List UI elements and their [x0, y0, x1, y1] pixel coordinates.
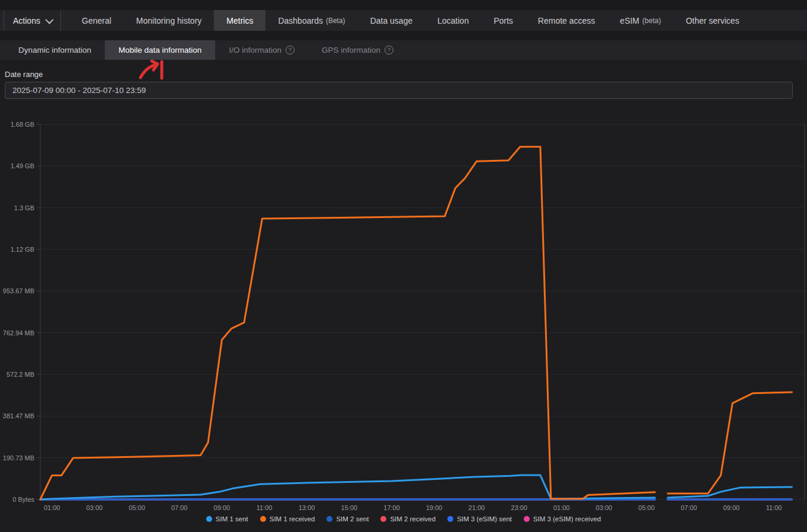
x-axis-tick-label: 21:00 [469, 504, 485, 511]
nav-tab-label: Location [437, 16, 469, 25]
nav-tab-label: Data usage [370, 16, 413, 25]
x-axis-tick-label: 09:00 [214, 504, 230, 511]
sub-tab-label: Dynamic information [18, 46, 91, 55]
chart-legend: SIM 1 sentSIM 1 receivedSIM 2 sentSIM 2 … [0, 515, 807, 523]
nav-tab-label: Ports [494, 16, 513, 25]
nav-tab-ports[interactable]: Ports [481, 10, 526, 31]
x-axis-tick-label: 11:00 [766, 504, 782, 511]
legend-item-sim-3-esim-received[interactable]: SIM 3 (eSIM) received [524, 515, 601, 523]
legend-label: SIM 1 received [270, 515, 315, 523]
chart-axes [37, 124, 805, 499]
nav-tab-label: General [82, 16, 111, 25]
series-line-sim-1-received [668, 392, 792, 493]
nav-tab-suffix: (beta) [642, 17, 661, 25]
sub-tab-label: GPS information [322, 46, 380, 55]
y-axis-tick-label: 1.68 GB [11, 121, 34, 128]
nav-tab-remote-access[interactable]: Remote access [526, 10, 607, 31]
legend-label: SIM 3 (eSIM) sent [457, 515, 512, 523]
legend-dot-icon [447, 516, 453, 522]
series-line-sim-1-sent [668, 487, 792, 498]
legend-label: SIM 2 received [390, 515, 435, 523]
x-axis-tick-label: 11:00 [257, 504, 273, 511]
nav-tab-location[interactable]: Location [425, 10, 481, 31]
metrics-sub-tabs: Dynamic informationMobile data informati… [0, 40, 807, 60]
nav-tab-dashboards[interactable]: Dashboards(Beta) [265, 10, 357, 31]
legend-label: SIM 1 sent [216, 515, 248, 523]
nav-tab-label: eSIM [620, 16, 639, 25]
x-axis-tick-label: 17:00 [383, 504, 400, 511]
hand-drawn-arrow-annotation [133, 57, 171, 85]
y-axis-tick-label: 190.73 MB [3, 454, 34, 462]
nav-tab-metrics[interactable]: Metrics [214, 10, 265, 31]
y-axis-tick-label: 381.47 MB [3, 412, 34, 419]
legend-label: SIM 2 sent [336, 515, 369, 523]
legend-dot-icon [206, 516, 212, 522]
y-axis-tick-label: 1.3 GB [14, 204, 34, 211]
x-axis-tick-label: 05:00 [129, 504, 145, 511]
nav-divider-strip [0, 31, 807, 40]
nav-tab-label: Remote access [538, 16, 595, 25]
nav-tab-monitoring-history[interactable]: Monitoring history [124, 10, 214, 31]
nav-tab-data-usage[interactable]: Data usage [358, 10, 425, 31]
top-strip [0, 0, 807, 10]
legend-item-sim-2-sent[interactable]: SIM 2 sent [326, 515, 369, 523]
nav-tab-label: Metrics [226, 16, 253, 25]
series-line-sim-1-sent [40, 475, 655, 499]
x-axis-tick-label: 19:00 [426, 504, 443, 511]
legend-label: SIM 3 (eSIM) received [533, 515, 601, 523]
y-axis-tick-label: 1.12 GB [11, 246, 34, 253]
nav-tab-suffix: (Beta) [326, 17, 345, 25]
chart-gridlines [40, 124, 805, 499]
x-axis-tick-label: 05:00 [638, 504, 655, 511]
actions-dropdown-button[interactable]: Actions [4, 10, 61, 31]
chevron-down-icon [45, 15, 53, 24]
x-axis-tick-label: 15:00 [341, 504, 358, 511]
date-range-input[interactable] [5, 82, 793, 99]
legend-item-sim-1-sent[interactable]: SIM 1 sent [206, 515, 248, 523]
legend-item-sim-1-received[interactable]: SIM 1 received [260, 515, 315, 523]
actions-label: Actions [13, 16, 40, 25]
metrics-page: Actions GeneralMonitoring historyMetrics… [0, 0, 807, 532]
legend-item-sim-3-esim-sent[interactable]: SIM 3 (eSIM) sent [447, 515, 512, 523]
mobile-data-usage-chart: 0 Bytes190.73 MB381.47 MB572.2 MB762.94 … [0, 105, 807, 514]
x-axis-tick-label: 13:00 [299, 504, 315, 511]
nav-tab-label: Other services [686, 16, 739, 25]
sub-tab-gps-information: GPS information? [308, 40, 407, 60]
legend-dot-icon [524, 516, 530, 522]
y-axis-tick-label: 953.67 MB [3, 287, 34, 294]
nav-tab-other-services[interactable]: Other services [673, 10, 751, 31]
y-axis-tick-label: 572.2 MB [7, 371, 34, 378]
legend-dot-icon [260, 516, 266, 522]
x-axis-tick-label: 03:00 [596, 504, 613, 511]
legend-item-sim-2-received[interactable]: SIM 2 received [380, 515, 435, 523]
x-axis-tick-label: 23:00 [511, 504, 527, 511]
sub-tab-dynamic-information[interactable]: Dynamic information [5, 40, 105, 60]
x-axis-tick-label: 07:00 [681, 504, 697, 511]
top-tabs: GeneralMonitoring historyMetricsDashboar… [69, 10, 752, 31]
legend-dot-icon [326, 516, 332, 522]
x-axis-tick-label: 03:00 [87, 504, 103, 511]
nav-tab-esim[interactable]: eSIM(beta) [607, 10, 673, 31]
sub-tab-label: I/O information [229, 46, 281, 55]
nav-tab-label: Monitoring history [136, 16, 202, 25]
date-range-label: Date range [5, 70, 43, 79]
y-axis-tick-label: 762.94 MB [3, 329, 34, 336]
nav-tab-general[interactable]: General [69, 10, 124, 31]
y-axis-tick-label: 1.49 GB [11, 162, 34, 169]
x-axis-tick-label: 01:00 [44, 504, 60, 511]
series-line-sim-1-received [40, 147, 655, 499]
chart-series [40, 147, 792, 499]
help-icon: ? [286, 46, 294, 55]
x-axis-tick-label: 09:00 [723, 504, 740, 511]
legend-dot-icon [380, 516, 386, 522]
x-axis-tick-label: 07:00 [171, 504, 188, 511]
y-axis-tick-label: 0 Bytes [12, 496, 34, 503]
chart-axis-labels: 0 Bytes190.73 MB381.47 MB572.2 MB762.94 … [3, 121, 782, 511]
nav-tab-label: Dashboards [278, 16, 323, 25]
help-icon: ? [385, 46, 393, 55]
top-navigation-bar: Actions GeneralMonitoring historyMetrics… [0, 10, 807, 31]
x-axis-tick-label: 01:00 [553, 504, 570, 511]
sub-tab-label: Mobile data information [119, 46, 201, 55]
sub-tab-i-o-information: I/O information? [215, 40, 308, 60]
